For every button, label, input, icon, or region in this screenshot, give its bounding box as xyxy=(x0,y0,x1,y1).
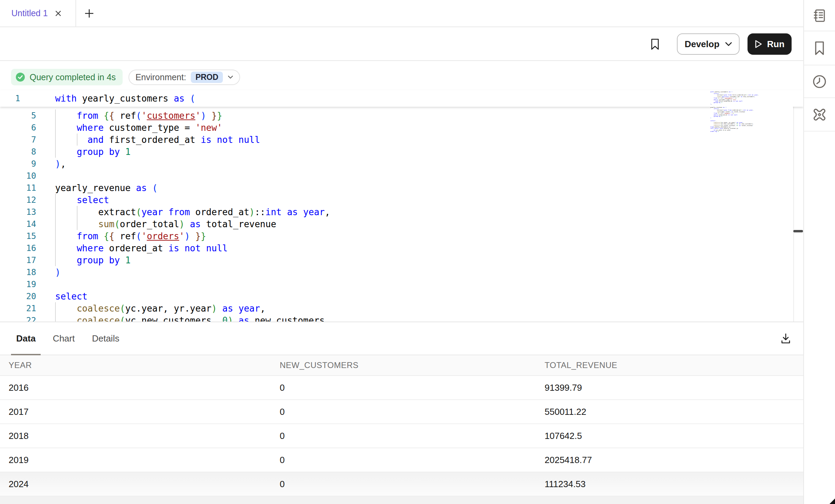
code-lines[interactable]: 5 from {{ ref('customers') }}6 where cus… xyxy=(0,109,792,322)
code-line-6[interactable]: 6 where customer_type = 'new' xyxy=(0,122,792,134)
code-line-10[interactable]: 10 xyxy=(0,170,792,182)
indent-guide xyxy=(77,206,78,230)
run-label: Run xyxy=(767,39,785,50)
table-cell: 2025418.77 xyxy=(545,455,803,465)
code-line-15[interactable]: 15 from {{ ref('orders') }} xyxy=(0,230,792,242)
sql-editor[interactable]: Query completed in 4s Environment: PROD … xyxy=(0,61,803,322)
indent-guide xyxy=(55,194,56,266)
sticky-line-code: with yearly_customers as ( xyxy=(55,90,195,107)
sticky-line-1: 1 with yearly_customers as ( xyxy=(0,90,803,107)
results-panel: DataChartDetails YEARNEW_CUSTOMERSTOTAL_… xyxy=(0,322,803,504)
right-sidebar xyxy=(803,0,835,504)
app-window: Untitled 1 Develop Run Query complete xyxy=(0,0,835,504)
table-row[interactable]: 20180107642.5 xyxy=(0,424,803,448)
code-line-7[interactable]: 7 and first_ordered_at is not null xyxy=(0,134,792,146)
code-line-22[interactable]: 22 coalesce(yc.new_customers, 0) as new_… xyxy=(0,314,792,322)
line-number: 22 xyxy=(0,316,36,322)
table-cell: 0 xyxy=(280,479,545,490)
bookmark-icon xyxy=(814,41,825,55)
code-line-13[interactable]: 13 extract(year from ordered_at)::int as… xyxy=(0,206,792,218)
environment-value-badge: PROD xyxy=(191,72,223,83)
code-line-16[interactable]: 16 where ordered_at is not null xyxy=(0,242,792,254)
minimap[interactable]: with yearly_customers as ( select extrac… xyxy=(710,91,793,135)
table-cell: 0 xyxy=(280,431,545,441)
resize-grip[interactable] xyxy=(829,498,835,504)
results-tab-details[interactable]: Details xyxy=(87,322,124,355)
column-header: TOTAL_REVENUE xyxy=(545,360,803,370)
tab-bar: Untitled 1 xyxy=(0,0,803,27)
code-line-11[interactable]: 11yearly_revenue as ( xyxy=(0,182,792,194)
bookmark-icon xyxy=(650,39,660,50)
table-cell: 91399.79 xyxy=(545,382,803,393)
run-button[interactable]: Run xyxy=(748,33,792,55)
dbt-logo-icon xyxy=(812,107,827,122)
line-number: 11 xyxy=(0,183,36,193)
table-cell: 2024 xyxy=(9,479,280,490)
table-body: 2016091399.7920170550011.2220180107642.5… xyxy=(0,376,803,496)
line-number: 9 xyxy=(0,159,36,169)
download-button[interactable] xyxy=(780,333,791,346)
check-circle-icon xyxy=(16,72,25,82)
table-row[interactable]: 2016091399.79 xyxy=(0,376,803,400)
results-tab-chart[interactable]: Chart xyxy=(48,322,80,355)
history-clock-icon xyxy=(812,74,827,89)
line-number: 18 xyxy=(0,267,36,277)
line-number: 7 xyxy=(0,135,36,145)
editor-scrollbar-track xyxy=(793,90,794,322)
line-number: 10 xyxy=(0,171,36,181)
results-tab-bar: DataChartDetails xyxy=(0,322,803,355)
sidebar-item-dbt[interactable] xyxy=(804,98,835,132)
code-line-20[interactable]: 20select xyxy=(0,290,792,302)
code-line-18[interactable]: 18) xyxy=(0,266,792,278)
table-cell: 0 xyxy=(280,407,545,417)
status-row: Query completed in 4s Environment: PROD xyxy=(11,69,240,85)
sidebar-item-bookmarks[interactable] xyxy=(804,31,835,65)
develop-button[interactable]: Develop xyxy=(677,33,740,55)
notebook-icon xyxy=(813,8,826,23)
line-number: 19 xyxy=(0,280,36,289)
play-icon xyxy=(755,40,762,49)
line-number: 15 xyxy=(0,231,36,241)
code-line-9[interactable]: 9), xyxy=(0,158,792,170)
code-line-5[interactable]: 5 from {{ ref('customers') }} xyxy=(0,109,792,122)
line-number: 16 xyxy=(0,243,36,253)
table-row[interactable]: 201902025418.77 xyxy=(0,448,803,472)
tab-untitled-1[interactable]: Untitled 1 xyxy=(0,0,76,27)
table-row[interactable]: 20240111234.53 xyxy=(0,472,803,496)
table-cell: 111234.53 xyxy=(545,479,803,490)
table-cell: 550011.22 xyxy=(545,407,803,417)
plus-icon xyxy=(84,8,94,19)
column-header: YEAR xyxy=(9,360,280,370)
code-line-17[interactable]: 17 group by 1 xyxy=(0,254,792,266)
table-header-row: YEARNEW_CUSTOMERSTOTAL_REVENUE xyxy=(0,355,803,376)
code-line-12[interactable]: 12 select xyxy=(0,194,792,206)
table-cell: 2019 xyxy=(9,455,280,465)
code-line-19[interactable]: 19 xyxy=(0,278,792,290)
column-header: NEW_CUSTOMERS xyxy=(280,360,545,370)
sidebar-item-history[interactable] xyxy=(804,65,835,98)
sidebar-item-notebook[interactable] xyxy=(804,0,835,31)
chevron-down-icon xyxy=(228,75,233,79)
new-tab-button[interactable] xyxy=(76,0,102,27)
table-row[interactable]: 20170550011.22 xyxy=(0,400,803,424)
line-number: 6 xyxy=(0,123,36,133)
develop-label: Develop xyxy=(684,39,719,50)
code-line-21[interactable]: 21 coalesce(yc.year, yr.year) as year, xyxy=(0,302,792,314)
code-line-14[interactable]: 14 sum(order_total) as total_revenue xyxy=(0,218,792,230)
line-number: 17 xyxy=(0,255,36,265)
line-number: 8 xyxy=(0,147,36,157)
indent-guide xyxy=(55,302,56,322)
table-cell: 0 xyxy=(280,455,545,465)
close-icon[interactable] xyxy=(54,9,62,18)
download-icon xyxy=(780,333,791,345)
query-status-text: Query completed in 4s xyxy=(30,72,116,82)
bookmark-button[interactable] xyxy=(650,39,660,52)
table-partial-row xyxy=(0,496,803,504)
code-line-8[interactable]: 8 group by 1 xyxy=(0,146,792,158)
line-number: 13 xyxy=(0,207,36,217)
indent-guide xyxy=(55,109,56,158)
results-tab-data[interactable]: Data xyxy=(11,322,41,355)
environment-selector[interactable]: Environment: PROD xyxy=(128,70,240,85)
editor-scrollbar-thumb[interactable] xyxy=(793,230,803,232)
indent-guide xyxy=(77,134,78,146)
